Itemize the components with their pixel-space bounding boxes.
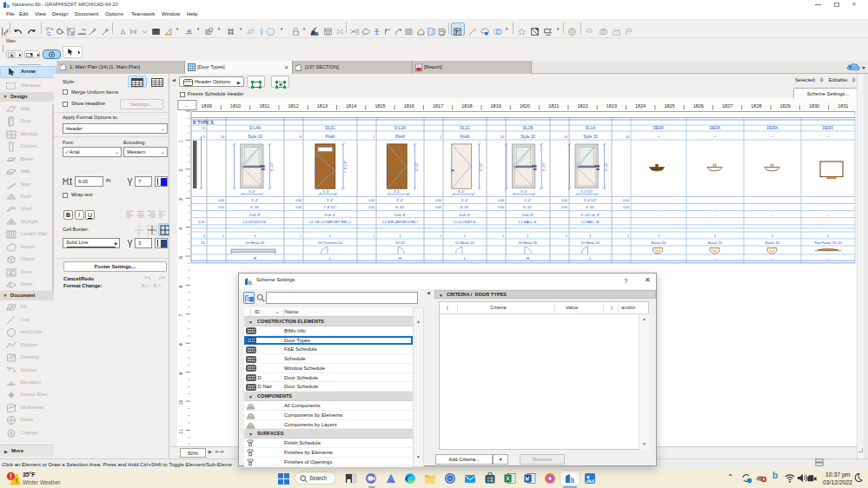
- svg-text:DESK: DESK: [710, 126, 721, 130]
- svg-text:D: D: [202, 126, 205, 130]
- svg-text:1817: 1817: [433, 103, 443, 109]
- svg-text:1811: 1811: [259, 103, 269, 109]
- svg-text:Style 10: Style 10: [248, 135, 262, 139]
- svg-text:Flush: Flush: [325, 135, 335, 139]
- svg-text:L1 HALL W.: L1 HALL W.: [580, 220, 600, 224]
- svg-text:6'-10": 6'-10": [250, 205, 260, 209]
- svg-text:Flush: Flush: [395, 135, 406, 139]
- svg-text:1: 1: [566, 234, 567, 238]
- svg-text:Style 10: Style 10: [520, 135, 535, 139]
- svg-text:Flush: Flush: [460, 135, 470, 139]
- svg-text:0.00: 0.00: [218, 199, 224, 202]
- svg-text:9: 9: [178, 373, 183, 375]
- svg-text:1814: 1814: [346, 103, 356, 109]
- svg-text:1818: 1818: [461, 103, 472, 109]
- svg-text:Df 20: Df 20: [395, 241, 405, 245]
- svg-text:6'-10": 6'-10": [523, 205, 533, 209]
- svg-text:D-L2A: D-L2A: [394, 126, 407, 130]
- svg-text:R TYPE S: R TYPE S: [193, 120, 214, 125]
- svg-text:3'-4 1/2": 3'-4 1/2": [584, 198, 598, 202]
- svg-text:1828: 1828: [751, 103, 761, 109]
- svg-text:--: --: [771, 135, 774, 139]
- svg-text:0.00: 0.00: [498, 206, 504, 209]
- svg-text:3'x6'-4": 3'x6'-4": [324, 213, 336, 217]
- svg-text:R: R: [399, 256, 401, 260]
- svg-text:DL1B: DL1B: [523, 126, 533, 130]
- svg-text:1826: 1826: [693, 103, 704, 109]
- svg-text:10: 10: [221, 135, 224, 139]
- svg-text:5: 5: [178, 256, 183, 259]
- svg-text:0.00: 0.00: [368, 206, 374, 209]
- svg-text:6: 6: [178, 285, 183, 287]
- svg-text:1819: 1819: [491, 103, 501, 109]
- svg-text:DESK: DESK: [767, 126, 779, 130]
- svg-text:0.00: 0.00: [623, 199, 629, 202]
- svg-text:D E.: D E.: [198, 220, 205, 224]
- svg-text:1821: 1821: [548, 103, 559, 109]
- svg-text:10: 10: [564, 135, 567, 139]
- svg-text:1831: 1831: [838, 103, 848, 109]
- svg-text:1812: 1812: [288, 103, 298, 109]
- svg-text:3'-4 1/2": 3'-4 1/2": [580, 189, 593, 194]
- svg-text:3'-4": 3'-4": [248, 189, 256, 194]
- svg-text:0.00: 0.00: [498, 199, 504, 202]
- svg-text:1: 1: [373, 135, 374, 139]
- svg-text:10: 10: [500, 135, 504, 139]
- svg-text:Df Metal 20: Df Metal 20: [246, 241, 265, 245]
- svg-text:1: 1: [222, 234, 224, 238]
- svg-text:1815: 1815: [374, 103, 385, 109]
- svg-text:2: 2: [178, 169, 183, 172]
- svg-text:3'-4": 3'-4": [524, 198, 532, 202]
- svg-text:--: --: [657, 135, 660, 139]
- svg-text:0.00: 0.00: [435, 199, 441, 202]
- svg-text:--: --: [713, 135, 717, 139]
- svg-text:3'-4": 3'-4": [458, 189, 466, 194]
- svg-text:DL2C: DL2C: [325, 126, 335, 130]
- svg-text:20: 20: [202, 241, 206, 245]
- svg-text:3'x6'-8": 3'x6'-8": [522, 213, 534, 217]
- svg-text:3'x6'-8": 3'x6'-8": [249, 213, 262, 217]
- svg-text:Df Transom 20: Df Transom 20: [318, 241, 342, 245]
- svg-text:DL1A: DL1A: [586, 126, 596, 130]
- svg-text:1827: 1827: [722, 103, 732, 109]
- svg-text:0.00: 0.00: [368, 199, 374, 202]
- svg-text:L2 B/R (BEDROOM) I: L2 B/R (BEDROOM) I: [382, 220, 418, 224]
- svg-text:1820: 1820: [520, 103, 530, 109]
- svg-text:Df Metal 20: Df Metal 20: [455, 241, 474, 245]
- svg-text:0.00: 0.00: [295, 206, 301, 209]
- svg-text:10: 10: [626, 135, 629, 139]
- svg-text:0.00: 0.00: [561, 206, 567, 209]
- svg-text:3'-4": 3'-4": [327, 198, 335, 202]
- svg-text:DL1C: DL1C: [460, 126, 470, 130]
- svg-text:Style 10: Style 10: [583, 135, 598, 139]
- svg-text:1822: 1822: [577, 103, 587, 109]
- svg-text:3: 3: [178, 198, 183, 201]
- svg-text:Df Metal 20: Df Metal 20: [581, 241, 600, 245]
- svg-text:0.00: 0.00: [218, 206, 224, 209]
- svg-text:7'-8 1/2": 7'-8 1/2": [343, 160, 348, 173]
- svg-text:1809: 1809: [202, 103, 212, 109]
- svg-text:1830: 1830: [809, 103, 819, 109]
- svg-text:Basin 20: Basin 20: [708, 241, 723, 245]
- svg-text:1: 1: [440, 135, 441, 139]
- svg-text:6'-10": 6'-10": [395, 205, 405, 209]
- svg-text:3'x6'-8": 3'x6'-8": [459, 213, 471, 217]
- svg-text:3'x6'-8": 3'x6'-8": [394, 213, 407, 217]
- svg-text:0.00: 0.00: [561, 199, 567, 202]
- svg-text:R: R: [527, 256, 529, 260]
- svg-text:0: 0: [203, 135, 205, 139]
- svg-text:3'-4": 3'-4": [520, 189, 528, 194]
- svg-text:L1 CLOSET E.: L1 CLOSET E.: [453, 220, 477, 224]
- svg-text:3'-4": 3'-4": [461, 198, 469, 202]
- svg-text:1816: 1816: [404, 103, 414, 109]
- svg-text:1: 1: [178, 140, 183, 142]
- svg-text:10: 10: [178, 399, 183, 405]
- svg-text:1813: 1813: [317, 103, 328, 109]
- svg-text:3'-4": 3'-4": [251, 198, 259, 202]
- svg-text:0.00: 0.00: [435, 206, 441, 209]
- svg-text:L1 HALL S.: L1 HALL S.: [519, 220, 537, 224]
- svg-text:1: 1: [203, 234, 205, 238]
- svg-text:1: 1: [300, 234, 301, 238]
- svg-text:1: 1: [440, 234, 441, 238]
- svg-text:6'-10": 6'-10": [586, 205, 595, 209]
